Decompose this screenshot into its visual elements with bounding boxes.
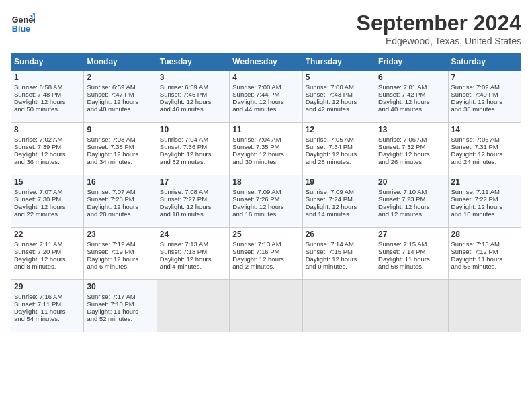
day-info: Sunrise: 7:03 AM: [87, 136, 153, 143]
day-info: Sunset: 7:14 PM: [378, 248, 445, 255]
day-info: Sunrise: 7:00 AM: [232, 83, 299, 91]
day-info: and 12 minutes.: [378, 210, 445, 218]
day-info: and 48 minutes.: [87, 105, 153, 113]
day-number: 11: [232, 125, 299, 134]
day-info: Daylight: 12 hours: [160, 150, 226, 158]
day-info: and 54 minutes.: [14, 315, 81, 322]
day-info: and 26 minutes.: [378, 158, 445, 165]
table-cell: [375, 280, 448, 332]
day-info: and 56 minutes.: [451, 263, 518, 270]
day-info: and 16 minutes.: [232, 210, 299, 218]
table-cell: 2Sunrise: 6:59 AMSunset: 7:47 PMDaylight…: [84, 71, 157, 123]
day-info: Sunset: 7:20 PM: [14, 248, 81, 255]
day-number: 13: [378, 125, 445, 134]
day-info: Sunset: 7:15 PM: [306, 248, 372, 255]
day-info: and 52 minutes.: [87, 315, 153, 322]
day-number: 26: [306, 230, 372, 239]
table-cell: 26Sunrise: 7:14 AMSunset: 7:15 PMDayligh…: [302, 228, 375, 280]
table-row: 8Sunrise: 7:02 AMSunset: 7:39 PMDaylight…: [11, 123, 521, 175]
calendar-table: Sunday Monday Tuesday Wednesday Thursday…: [11, 53, 521, 332]
day-info: Daylight: 12 hours: [306, 203, 372, 210]
table-cell: 29Sunrise: 7:16 AMSunset: 7:11 PMDayligh…: [11, 280, 84, 332]
day-number: 4: [232, 73, 299, 82]
table-cell: 25Sunrise: 7:13 AMSunset: 7:16 PMDayligh…: [230, 228, 302, 280]
table-cell: [230, 280, 302, 332]
day-info: Daylight: 12 hours: [160, 203, 226, 210]
col-wednesday: Wednesday: [230, 54, 302, 71]
day-info: and 30 minutes.: [232, 158, 299, 165]
day-info: Daylight: 12 hours: [87, 255, 153, 263]
day-info: Sunrise: 6:59 AM: [160, 83, 226, 91]
day-info: and 58 minutes.: [378, 263, 445, 270]
day-info: Daylight: 12 hours: [451, 98, 518, 105]
day-info: Daylight: 12 hours: [451, 150, 518, 158]
day-info: Sunrise: 7:14 AM: [306, 240, 372, 248]
day-info: Sunrise: 7:17 AM: [87, 293, 153, 300]
table-cell: 23Sunrise: 7:12 AMSunset: 7:19 PMDayligh…: [84, 228, 157, 280]
day-number: 14: [451, 125, 518, 134]
day-info: and 34 minutes.: [87, 158, 153, 165]
day-info: and 22 minutes.: [14, 210, 81, 218]
day-info: and 6 minutes.: [87, 263, 153, 270]
table-cell: 13Sunrise: 7:06 AMSunset: 7:32 PMDayligh…: [375, 123, 448, 175]
day-number: 18: [232, 177, 299, 187]
table-cell: 16Sunrise: 7:07 AMSunset: 7:28 PMDayligh…: [84, 175, 157, 228]
col-thursday: Thursday: [302, 54, 375, 71]
day-info: Sunset: 7:38 PM: [87, 143, 153, 150]
table-cell: 17Sunrise: 7:08 AMSunset: 7:27 PMDayligh…: [157, 175, 229, 228]
day-info: Sunrise: 7:06 AM: [378, 136, 445, 143]
day-info: Daylight: 12 hours: [14, 150, 81, 158]
day-number: 15: [14, 177, 81, 187]
day-info: Sunrise: 7:06 AM: [451, 136, 518, 143]
svg-text:Blue: Blue: [12, 24, 30, 34]
table-cell: 5Sunrise: 7:00 AMSunset: 7:43 PMDaylight…: [302, 71, 375, 123]
table-row: 15Sunrise: 7:07 AMSunset: 7:30 PMDayligh…: [11, 175, 521, 228]
day-info: Sunset: 7:42 PM: [378, 91, 445, 98]
day-number: 12: [306, 125, 372, 134]
day-info: Sunset: 7:39 PM: [14, 143, 81, 150]
table-cell: 8Sunrise: 7:02 AMSunset: 7:39 PMDaylight…: [11, 123, 84, 175]
day-info: and 10 minutes.: [451, 210, 518, 218]
table-row: 29Sunrise: 7:16 AMSunset: 7:11 PMDayligh…: [11, 280, 521, 332]
day-info: Sunrise: 7:08 AM: [160, 188, 226, 195]
day-info: Daylight: 12 hours: [160, 255, 226, 263]
day-info: Sunset: 7:31 PM: [451, 143, 518, 150]
day-number: 22: [14, 230, 81, 239]
day-info: Sunrise: 7:02 AM: [14, 136, 81, 143]
table-cell: 21Sunrise: 7:11 AMSunset: 7:22 PMDayligh…: [448, 175, 521, 228]
day-number: 8: [14, 125, 81, 134]
table-cell: 22Sunrise: 7:11 AMSunset: 7:20 PMDayligh…: [11, 228, 84, 280]
day-info: Daylight: 12 hours: [378, 203, 445, 210]
day-info: Sunset: 7:35 PM: [232, 143, 299, 150]
day-info: Daylight: 12 hours: [306, 255, 372, 263]
day-number: 5: [306, 73, 372, 82]
day-info: Sunrise: 7:01 AM: [378, 83, 445, 91]
day-info: Sunrise: 7:13 AM: [160, 240, 226, 248]
day-info: and 4 minutes.: [160, 263, 226, 270]
table-cell: [157, 280, 229, 332]
day-number: 30: [87, 282, 153, 291]
day-info: Sunrise: 7:07 AM: [14, 188, 81, 195]
day-info: and 14 minutes.: [306, 210, 372, 218]
day-info: Daylight: 12 hours: [306, 150, 372, 158]
day-info: Daylight: 12 hours: [14, 255, 81, 263]
day-info: Sunset: 7:32 PM: [378, 143, 445, 150]
day-number: 24: [160, 230, 226, 239]
day-info: Sunset: 7:36 PM: [160, 143, 226, 150]
day-info: Daylight: 12 hours: [232, 98, 299, 105]
day-info: Daylight: 11 hours: [378, 255, 445, 263]
day-info: Sunrise: 7:15 AM: [451, 240, 518, 248]
table-cell: 19Sunrise: 7:09 AMSunset: 7:24 PMDayligh…: [302, 175, 375, 228]
table-cell: 9Sunrise: 7:03 AMSunset: 7:38 PMDaylight…: [84, 123, 157, 175]
table-cell: 7Sunrise: 7:02 AMSunset: 7:40 PMDaylight…: [448, 71, 521, 123]
table-cell: 14Sunrise: 7:06 AMSunset: 7:31 PMDayligh…: [448, 123, 521, 175]
logo-icon: General Blue: [11, 11, 35, 35]
col-saturday: Saturday: [448, 54, 521, 71]
day-info: Sunrise: 6:58 AM: [14, 83, 81, 91]
day-info: Sunrise: 6:59 AM: [87, 83, 153, 91]
day-info: and 46 minutes.: [160, 105, 226, 113]
day-info: Sunrise: 7:04 AM: [232, 136, 299, 143]
table-cell: 1Sunrise: 6:58 AMSunset: 7:48 PMDaylight…: [11, 71, 84, 123]
day-number: 6: [378, 73, 445, 82]
day-info: Sunset: 7:48 PM: [14, 91, 81, 98]
